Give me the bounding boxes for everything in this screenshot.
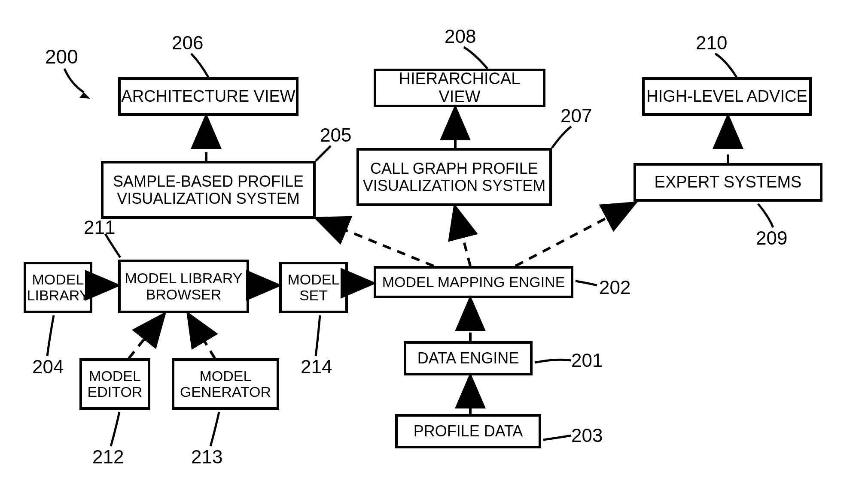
box-model-lib-browser-text: MODEL LIBRARY BROWSER — [125, 270, 243, 302]
ref-figure: 200 — [45, 45, 78, 68]
svg-marker-13 — [79, 92, 90, 99]
box-high-level-advice: HIGH-LEVEL ADVICE — [642, 77, 812, 116]
diagram-stage: { "figure_ref": "200", "boxes": { "archi… — [0, 0, 868, 484]
svg-line-8 — [515, 204, 633, 266]
ref-profile-data: 203 — [571, 425, 603, 446]
ref-model-generator: 213 — [191, 446, 222, 468]
box-profile-data-text: PROFILE DATA — [414, 423, 523, 440]
box-architecture-view: ARCHITECTURE VIEW — [118, 77, 298, 116]
ref-architecture-view: 206 — [172, 32, 203, 54]
svg-line-7 — [455, 208, 470, 266]
ref-model-library: 204 — [32, 356, 64, 378]
box-sample-vis: SAMPLE-BASED PROFILE VISUALIZATION SYSTE… — [101, 161, 316, 219]
box-hierarchical-view: HIERARCHICAL VIEW — [374, 69, 545, 107]
ref-callgraph-vis: 207 — [560, 105, 592, 127]
box-model-library: MODEL LIBRARY — [24, 262, 92, 313]
box-expert-systems: EXPERT SYSTEMS — [633, 163, 822, 202]
ref-model-mapping-engine: 202 — [599, 277, 630, 298]
box-callgraph-vis-text: CALL GRAPH PROFILE VISUALIZATION SYSTEM — [363, 160, 545, 194]
box-sample-vis-text: SAMPLE-BASED PROFILE VISUALIZATION SYSTE… — [113, 173, 304, 207]
ref-data-engine: 201 — [571, 350, 603, 371]
ref-high-level-advice: 210 — [696, 32, 727, 54]
svg-line-11 — [129, 315, 163, 358]
box-model-generator-text: MODEL GENERATOR — [180, 368, 271, 400]
box-model-editor-text: MODEL EDITOR — [88, 368, 143, 400]
box-hierarchical-view-text: HIERARCHICAL VIEW — [376, 70, 543, 106]
ref-model-lib-browser: 211 — [84, 217, 115, 238]
box-model-set: MODEL SET — [279, 262, 348, 313]
box-high-level-advice-text: HIGH-LEVEL ADVICE — [646, 88, 807, 106]
box-model-editor: MODEL EDITOR — [79, 358, 150, 410]
ref-sample-vis: 205 — [320, 124, 351, 146]
box-model-lib-browser: MODEL LIBRARY BROWSER — [118, 260, 249, 313]
ref-model-set: 214 — [301, 356, 332, 378]
box-model-set-text: MODEL SET — [288, 272, 340, 304]
box-data-engine: DATA ENGINE — [404, 341, 533, 375]
box-profile-data: PROFILE DATA — [395, 414, 541, 448]
box-model-mapping-engine-text: MODEL MAPPING ENGINE — [382, 274, 565, 290]
svg-line-6 — [318, 219, 434, 266]
box-model-library-text: MODEL LIBRARY — [27, 272, 89, 304]
ref-model-editor: 212 — [92, 446, 124, 468]
ref-hierarchical-view: 208 — [445, 26, 476, 47]
box-data-engine-text: DATA ENGINE — [417, 350, 519, 367]
box-model-mapping-engine: MODEL MAPPING ENGINE — [374, 266, 573, 298]
ref-expert-systems: 209 — [756, 227, 787, 249]
box-expert-systems-text: EXPERT SYSTEMS — [655, 173, 802, 191]
box-callgraph-vis: CALL GRAPH PROFILE VISUALIZATION SYSTEM — [356, 148, 552, 206]
svg-line-12 — [189, 315, 215, 358]
box-model-generator: MODEL GENERATOR — [172, 358, 279, 410]
box-architecture-view-text: ARCHITECTURE VIEW — [121, 88, 295, 106]
